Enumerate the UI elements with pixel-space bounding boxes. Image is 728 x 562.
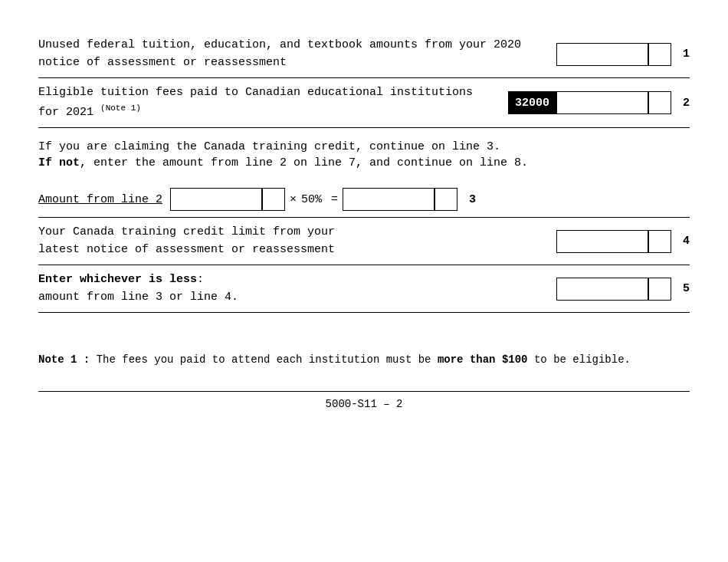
note-label: Note 1 : [38, 353, 90, 366]
instruction-line-2: If not, enter the amount from line 2 on … [38, 156, 690, 169]
row-1-line-number: 1 [671, 48, 690, 61]
row-3-result-input[interactable] [343, 188, 435, 211]
note-paragraph: Note 1 : The fees you paid to attend eac… [38, 351, 690, 368]
row-4-line-number: 4 [671, 235, 690, 248]
row-2-small-box [648, 91, 671, 114]
row-3-equals-operator: = [326, 193, 343, 206]
row-5-text-line1: Enter whichever is less: [38, 271, 541, 289]
row-2: Eligible tuition fees paid to Canadian e… [38, 78, 690, 128]
row-3-line-number: 3 [457, 193, 476, 206]
row-1-small-box [648, 43, 671, 66]
note-text-normal: The fees you paid to attend each institu… [97, 353, 438, 366]
row-4-input[interactable] [556, 230, 648, 253]
row-5-text: Enter whichever is less: amount from lin… [38, 271, 556, 306]
row-4-text-line2: latest notice of assessment or reassessm… [38, 242, 541, 259]
note-text-end: to be eligible. [534, 353, 631, 366]
instruction-rest: , enter the amount from line 2 on line 7… [80, 156, 528, 169]
row-2-text: Eligible tuition fees paid to Canadian e… [38, 84, 508, 121]
footer-code: 5000-S11 – 2 [326, 398, 403, 410]
row-3-percent: 50% [301, 193, 326, 206]
note-text-bold: more than $100 [438, 353, 528, 366]
instruction-block: If you are claiming the Canada training … [38, 140, 690, 169]
row-3: Amount from line 2 × 50% = 3 [38, 182, 690, 218]
note-section: Note 1 : The fees you paid to attend eac… [38, 343, 690, 368]
row-5-text-line2: amount from line 3 or line 4. [38, 289, 541, 307]
row-2-line-number: 2 [671, 97, 690, 110]
row-4-text: Your Canada training credit limit from y… [38, 224, 556, 258]
row-3-small-box [262, 188, 285, 211]
row-3-label: Amount from line 2 [38, 193, 162, 206]
row-5: Enter whichever is less: amount from lin… [38, 265, 690, 313]
row-5-colon: : [197, 273, 204, 286]
row-1-input[interactable] [556, 43, 648, 66]
row-4-text-line1: Your Canada training credit limit from y… [38, 224, 541, 242]
row-5-fields: 5 [556, 278, 690, 301]
footer: 5000-S11 – 2 [38, 391, 690, 410]
row-1: Unused federal tuition, education, and t… [38, 31, 690, 78]
instruction-if-not: If not [38, 156, 80, 169]
row-1-text: Unused federal tuition, education, and t… [38, 37, 556, 71]
row-2-text-main: Eligible tuition fees paid to Canadian e… [38, 86, 473, 119]
row-1-fields: 1 [556, 43, 690, 66]
row-3-input[interactable] [170, 188, 262, 211]
row-5-bold-text: Enter whichever is less [38, 273, 197, 286]
row-2-fields: 32000 2 [508, 91, 690, 114]
row-4-small-box [648, 230, 671, 253]
row-4-fields: 4 [556, 230, 690, 253]
row-5-input[interactable] [556, 278, 648, 301]
row-4: Your Canada training credit limit from y… [38, 218, 690, 265]
row-3-result-small-box [435, 188, 457, 211]
row-2-filled-value: 32000 [508, 91, 556, 114]
row-5-small-box [648, 278, 671, 301]
row-2-note-label: (Note 1) [100, 104, 141, 113]
row-2-input[interactable] [556, 91, 648, 114]
row-3-multiply-operator: × [285, 193, 301, 206]
row-5-line-number: 5 [671, 282, 690, 295]
instruction-line-1: If you are claiming the Canada training … [38, 140, 690, 153]
